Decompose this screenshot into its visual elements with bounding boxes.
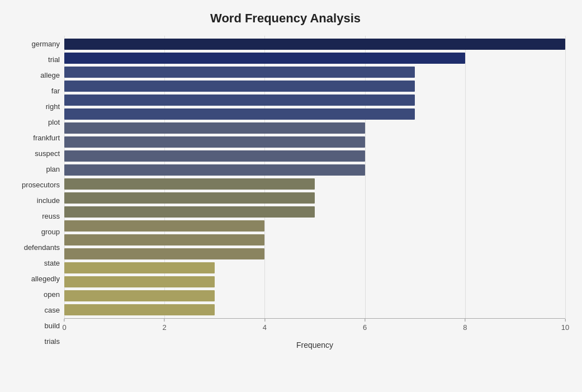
bar-row-state [64, 233, 565, 247]
x-tick-line-10 [565, 319, 566, 322]
bar-germany [64, 39, 565, 50]
bar-frankfurt [64, 122, 365, 134]
bar-row-case [64, 275, 565, 289]
y-label-group: group [41, 225, 60, 239]
bar-trial [64, 53, 465, 64]
bar-row-trials [64, 303, 565, 317]
y-label-prosecutors: prosecutors [22, 177, 60, 192]
bar-row-reuss [64, 191, 565, 205]
bar-row-open [64, 261, 565, 275]
bar-suspect [64, 136, 365, 148]
bar-defendants [64, 220, 264, 232]
bar-group [64, 206, 315, 218]
bar-row-allegedly [64, 247, 565, 261]
y-axis: germanytrialallegefarrightplotfrankfurts… [6, 36, 64, 350]
x-tick-8: 8 [463, 319, 467, 332]
bar-row-right [64, 93, 565, 107]
bar-row-plot [64, 107, 565, 121]
x-tick-label-2: 2 [163, 323, 167, 332]
x-tick-2: 2 [163, 319, 167, 332]
x-tick-line-6 [365, 319, 365, 322]
bar-case [64, 276, 215, 287]
bar-trials [64, 304, 215, 315]
x-tick-label-4: 4 [263, 323, 267, 332]
x-tick-label-10: 10 [561, 323, 569, 332]
bar-row-plan [64, 149, 565, 163]
x-tick-line-4 [264, 319, 265, 322]
bar-row-allege [64, 65, 565, 79]
chart-title: Word Frequency Analysis [6, 11, 565, 26]
bar-reuss [64, 192, 315, 204]
bar-build [64, 290, 215, 301]
bars-wrapper [64, 36, 565, 318]
y-label-build: build [45, 319, 60, 333]
y-label-defendants: defendants [24, 240, 60, 255]
bar-plot [64, 108, 415, 120]
bar-far [64, 81, 415, 92]
y-label-plot: plot [48, 115, 60, 129]
bar-row-suspect [64, 135, 565, 149]
y-label-case: case [45, 303, 60, 318]
x-tick-0: 0 [62, 319, 66, 332]
chart-container: Word Frequency Analysis germanytrialalle… [0, 0, 582, 392]
y-label-frankfurt: frankfurt [33, 130, 60, 145]
x-axis: 0246810 [64, 318, 565, 338]
y-label-germany: germany [31, 36, 60, 51]
bar-row-trial [64, 51, 565, 65]
x-tick-label-6: 6 [363, 323, 367, 332]
bar-state [64, 234, 264, 245]
x-tick-label-8: 8 [463, 323, 467, 332]
y-label-trials: trials [45, 334, 60, 349]
x-tick-label-0: 0 [62, 323, 66, 332]
y-label-state: state [44, 256, 60, 271]
y-label-allegedly: allegedly [31, 272, 60, 286]
bar-row-group [64, 205, 565, 219]
x-tick-4: 4 [263, 319, 267, 332]
x-tick-line-2 [164, 319, 165, 322]
bar-allegedly [64, 248, 264, 259]
chart-area: germanytrialallegefarrightplotfrankfurts… [6, 36, 565, 350]
grid-line-10 [565, 36, 566, 318]
y-label-right: right [46, 99, 60, 114]
bar-row-prosecutors [64, 163, 565, 177]
bar-row-far [64, 79, 565, 93]
x-tick-10: 10 [561, 319, 569, 332]
y-label-open: open [44, 287, 60, 302]
bar-right [64, 95, 415, 106]
bar-prosecutors [64, 164, 365, 176]
bar-row-frankfurt [64, 121, 565, 135]
y-label-far: far [51, 83, 60, 98]
x-tick-line-8 [465, 319, 465, 322]
bars-and-x: 0246810 Frequency [64, 36, 565, 350]
x-axis-title: Frequency [64, 341, 565, 350]
bar-row-germany [64, 37, 565, 51]
bar-open [64, 262, 215, 273]
y-label-suspect: suspect [35, 146, 60, 160]
bar-allege [64, 67, 415, 78]
bar-row-defendants [64, 219, 565, 233]
x-tick-line-0 [64, 319, 64, 322]
x-tick-6: 6 [363, 319, 367, 332]
bar-plan [64, 150, 365, 162]
y-label-allege: allege [40, 68, 60, 82]
bars-list [64, 36, 565, 318]
y-label-trial: trial [48, 52, 60, 67]
bar-include [64, 178, 315, 190]
y-label-include: include [37, 193, 60, 207]
bar-row-build [64, 289, 565, 303]
y-label-plan: plan [46, 162, 60, 176]
y-label-reuss: reuss [42, 209, 60, 224]
bar-row-include [64, 177, 565, 191]
